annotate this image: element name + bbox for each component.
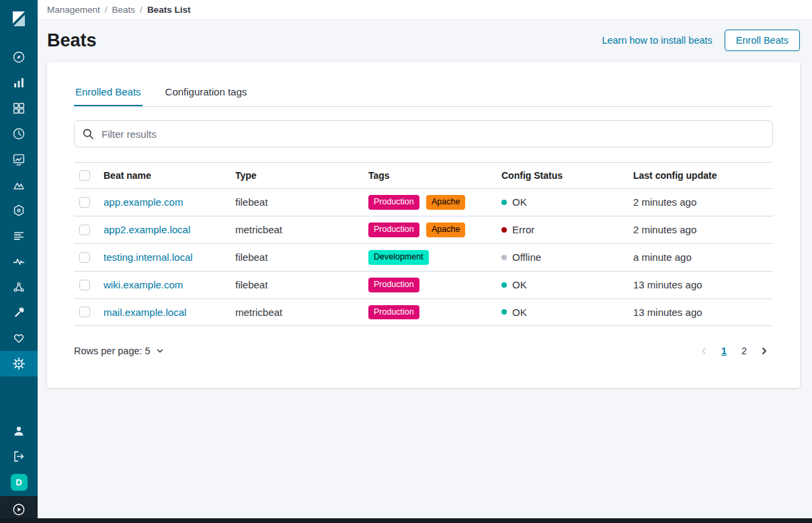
filter-results-input[interactable]	[74, 120, 773, 147]
beat-name-link[interactable]: wiki.example.com	[104, 279, 183, 290]
tab-bar: Enrolled Beats Configuration tags	[74, 78, 773, 107]
config-status: OK	[501, 307, 622, 318]
sidebar-bottom: D	[0, 418, 38, 523]
sidebar-item-dashboard[interactable]	[0, 95, 38, 121]
row-checkbox[interactable]	[79, 197, 90, 208]
tag-badge-production: Production	[368, 223, 419, 237]
select-all-checkbox[interactable]	[79, 170, 90, 181]
column-header-last-config-update: Last config update	[628, 163, 773, 189]
page-title: Beats	[47, 30, 97, 51]
status-label: Offline	[512, 251, 541, 263]
sidebar-nav	[0, 44, 38, 376]
tag-badge-apache: Apache	[426, 223, 465, 237]
logout-icon	[11, 449, 26, 464]
next-page-button[interactable]	[756, 342, 773, 360]
table-row: mail.example.local metricbeat Production…	[74, 298, 773, 326]
filter-bar	[74, 120, 773, 147]
table-row: app2.example.local metricbeat Production…	[74, 216, 773, 243]
status-dot-offline	[501, 255, 507, 260]
sidebar-item-visualize[interactable]	[0, 70, 38, 95]
install-beats-link[interactable]: Learn how to install beats	[602, 35, 712, 46]
sidebar-item-dev-tools[interactable]	[0, 300, 38, 325]
last-config-update: 13 minutes ago	[628, 298, 773, 326]
tab-enrolled-beats[interactable]: Enrolled Beats	[74, 78, 143, 106]
column-header-tags: Tags	[363, 163, 496, 189]
header-actions: Learn how to install beats Enroll Beats	[602, 30, 800, 51]
row-checkbox[interactable]	[79, 307, 90, 317]
beats-panel: Enrolled Beats Configuration tags Beat n…	[47, 62, 800, 388]
beat-name-link[interactable]: mail.example.local	[104, 307, 186, 318]
beat-name-link[interactable]: app.example.com	[104, 196, 183, 208]
row-checkbox[interactable]	[79, 252, 90, 263]
config-status: OK	[501, 279, 622, 290]
beat-type: metricbeat	[230, 298, 363, 326]
sidebar-item-maps[interactable]	[0, 172, 38, 198]
beat-type: filebeat	[230, 271, 363, 298]
logs-icon	[11, 229, 26, 243]
beat-name-link[interactable]: app2.example.local	[104, 224, 190, 235]
sidebar-item-apm[interactable]	[0, 249, 38, 274]
beat-type: filebeat	[230, 189, 363, 216]
column-header-config-status: Config Status	[496, 163, 628, 189]
beat-type: metricbeat	[230, 216, 363, 243]
breadcrumb-separator: /	[105, 5, 108, 15]
main-area: Management / Beats / Beats List Beats Le…	[38, 0, 812, 523]
sidebar-item-monitoring[interactable]	[0, 325, 38, 351]
breadcrumb-beats-list: Beats List	[147, 5, 191, 15]
beat-name-link[interactable]: testing.internal.local	[104, 251, 193, 263]
breadcrumb-separator: /	[140, 5, 143, 15]
status-dot-ok	[501, 309, 507, 315]
sidebar-item-canvas[interactable]	[0, 147, 38, 172]
sidebar-item-account[interactable]	[0, 418, 38, 444]
tab-configuration-tags[interactable]: Configuration tags	[164, 78, 249, 106]
sidebar-item-discover[interactable]	[0, 44, 38, 70]
user-icon	[11, 424, 26, 438]
table-row: wiki.example.com filebeat Production OK …	[74, 271, 773, 298]
machine-learning-icon	[11, 280, 26, 294]
sidebar-item-infrastructure[interactable]	[0, 198, 38, 223]
tag-badge-production: Production	[368, 195, 419, 210]
previous-page-button[interactable]	[695, 342, 713, 360]
status-label: Error	[512, 224, 534, 235]
sidebar-item-timelion[interactable]	[0, 121, 38, 147]
row-checkbox[interactable]	[79, 225, 90, 235]
dev-tools-icon	[11, 305, 26, 320]
page-button-2[interactable]: 2	[735, 342, 753, 360]
chevron-right-icon	[759, 346, 770, 356]
sidebar-item-logs[interactable]	[0, 223, 38, 249]
sidebar-item-management[interactable]	[0, 351, 38, 376]
search-icon	[82, 128, 94, 140]
sidebar-item-space[interactable]: D	[0, 469, 38, 495]
status-dot-error	[501, 227, 507, 233]
tag-badge-apache: Apache	[426, 195, 465, 210]
collapse-play-icon	[11, 502, 26, 517]
pagination-bar: Rows per page: 5 1 2	[74, 342, 773, 360]
breadcrumb-management[interactable]: Management	[47, 5, 100, 15]
tag-badge-production: Production	[368, 305, 419, 320]
last-config-update: 2 minutes ago	[628, 189, 773, 216]
last-config-update: 13 minutes ago	[628, 271, 773, 298]
discover-icon	[11, 50, 26, 65]
rows-per-page-control[interactable]: Rows per page: 5	[74, 346, 165, 356]
sidebar-item-logout[interactable]	[0, 444, 38, 469]
space-badge[interactable]: D	[11, 474, 28, 491]
beats-table: Beat name Type Tags Config Status Last c…	[74, 162, 773, 326]
sidebar-item-machine-learning[interactable]	[0, 274, 38, 300]
config-status: Error	[501, 224, 622, 235]
row-checkbox[interactable]	[79, 280, 90, 290]
page-header: Beats Learn how to install beats Enroll …	[38, 20, 812, 62]
enroll-beats-button[interactable]: Enroll Beats	[725, 30, 800, 51]
tag-badge-production: Production	[368, 278, 419, 292]
table-row: app.example.com filebeat Production Apac…	[74, 189, 773, 216]
last-config-update: 2 minutes ago	[628, 216, 773, 243]
page-button-1[interactable]: 1	[715, 342, 733, 360]
dashboard-icon	[11, 101, 26, 116]
breadcrumb-beats[interactable]: Beats	[112, 5, 136, 15]
visualize-icon	[11, 75, 26, 90]
kibana-logo[interactable]	[0, 0, 38, 38]
chevron-left-icon	[698, 346, 709, 356]
apm-icon	[11, 254, 26, 269]
timelion-icon	[11, 126, 26, 141]
column-header-beat-name: Beat name	[98, 163, 230, 189]
kibana-logo-icon	[9, 9, 29, 29]
